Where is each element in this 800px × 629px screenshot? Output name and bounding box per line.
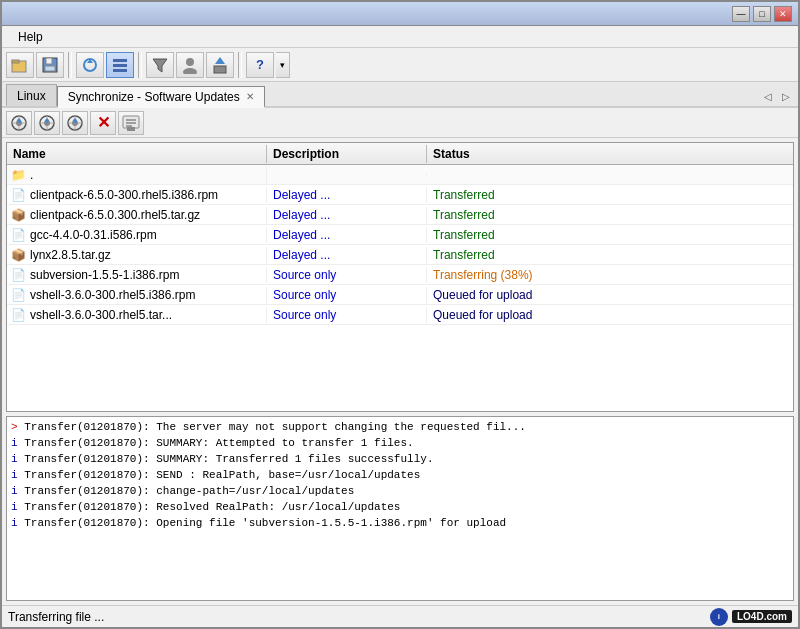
log-prefix: i xyxy=(11,517,18,529)
log-prefix: i xyxy=(11,501,18,513)
table-row[interactable]: 📄gcc-4.4.0-0.31.i586.rpmDelayed ...Trans… xyxy=(7,225,793,245)
svg-rect-3 xyxy=(46,58,52,64)
file-name-cell: 📄vshell-3.6.0-300.rhel5.tar... xyxy=(7,307,267,323)
toolbar-dropdown[interactable]: ▾ xyxy=(276,52,290,78)
file-icon: 📦 xyxy=(11,208,26,222)
file-status-cell: Transferred xyxy=(427,207,793,223)
toolbar-separator-1 xyxy=(68,52,72,78)
tab-bar: Linux Synchronize - Software Updates ✕ ◁… xyxy=(2,82,798,108)
status-bar: Transferring file ... i LO4D.com xyxy=(2,605,798,627)
log-line: i Transfer(01201870): change-path=/usr/l… xyxy=(11,483,789,499)
tab-sync-label: Synchronize - Software Updates xyxy=(68,90,240,104)
file-name-cell: 📄vshell-3.6.0-300.rhel5.i386.rpm xyxy=(7,287,267,303)
title-bar-buttons: — □ ✕ xyxy=(732,6,792,22)
file-name-cell: 📦clientpack-6.5.0.300.rhel5.tar.gz xyxy=(7,207,267,223)
sync-toolbar: ✕ xyxy=(2,108,798,138)
log-line: i Transfer(01201870): Opening file 'subv… xyxy=(11,515,789,531)
folder-icon: 📁 xyxy=(11,168,26,182)
file-desc-cell: Source only xyxy=(267,307,427,323)
status-bar-right: i LO4D.com xyxy=(710,608,792,626)
log-text: Transfer(01201870): SUMMARY: Attempted t… xyxy=(18,437,414,449)
log-prefix: i xyxy=(11,469,18,481)
log-text: Transfer(01201870): change-path=/usr/loc… xyxy=(18,485,355,497)
menu-help[interactable]: Help xyxy=(10,28,51,46)
file-status-cell xyxy=(427,174,793,176)
sync-btn-1[interactable] xyxy=(6,111,32,135)
main-window: — □ ✕ Help ? ▾ xyxy=(0,0,800,629)
table-row[interactable]: 📦clientpack-6.5.0.300.rhel5.tar.gzDelaye… xyxy=(7,205,793,225)
table-row[interactable]: 📦lynx2.8.5.tar.gzDelayed ...Transferred xyxy=(7,245,793,265)
file-status-cell: Transferred xyxy=(427,227,793,243)
file-name-text: lynx2.8.5.tar.gz xyxy=(30,248,111,262)
lo4d-badge: LO4D.com xyxy=(732,610,792,623)
main-toolbar: ? ▾ xyxy=(2,48,798,82)
menu-bar: Help xyxy=(2,26,798,48)
col-header-name: Name xyxy=(7,145,267,163)
log-area[interactable]: > Transfer(01201870): The server may not… xyxy=(6,416,794,601)
toolbar-help-btn[interactable]: ? xyxy=(246,52,274,78)
minimize-button[interactable]: — xyxy=(732,6,750,22)
file-icon: 📄 xyxy=(11,308,26,322)
log-text: Transfer(01201870): Opening file 'subver… xyxy=(18,517,506,529)
toolbar-upload-btn[interactable] xyxy=(206,52,234,78)
info-btn[interactable] xyxy=(118,111,144,135)
log-text: Transfer(01201870): The server may not s… xyxy=(18,421,526,433)
file-name-text: vshell-3.6.0-300.rhel5.i386.rpm xyxy=(30,288,195,302)
file-name-text: . xyxy=(30,168,33,182)
toolbar-list-btn[interactable] xyxy=(106,52,134,78)
log-prefix: i xyxy=(11,453,18,465)
table-row[interactable]: 📄vshell-3.6.0-300.rhel5.i386.rpmSource o… xyxy=(7,285,793,305)
svg-marker-10 xyxy=(153,59,167,72)
file-name-text: subversion-1.5.5-1.i386.rpm xyxy=(30,268,179,282)
toolbar-save-btn[interactable] xyxy=(36,52,64,78)
log-line: i Transfer(01201870): Resolved RealPath:… xyxy=(11,499,789,515)
log-text: Transfer(01201870): Resolved RealPath: /… xyxy=(18,501,401,513)
file-desc-cell: Source only xyxy=(267,267,427,283)
lo4d-icon: i xyxy=(710,608,728,626)
log-line: i Transfer(01201870): SUMMARY: Attempted… xyxy=(11,435,789,451)
toolbar-refresh-btn[interactable] xyxy=(76,52,104,78)
sync-btn-2[interactable] xyxy=(34,111,60,135)
close-button[interactable]: ✕ xyxy=(774,6,792,22)
file-status-cell: Transferred xyxy=(427,187,793,203)
table-row[interactable]: 📄subversion-1.5.5-1.i386.rpmSource onlyT… xyxy=(7,265,793,285)
svg-marker-14 xyxy=(215,57,225,64)
table-row[interactable]: 📄clientpack-6.5.0-300.rhel5.i386.rpmDela… xyxy=(7,185,793,205)
log-text: Transfer(01201870): SEND : RealPath, bas… xyxy=(18,469,421,481)
maximize-button[interactable]: □ xyxy=(753,6,771,22)
file-table-scroll[interactable]: 📁.📄clientpack-6.5.0-300.rhel5.i386.rpmDe… xyxy=(7,165,793,411)
log-prefix: > xyxy=(11,421,18,433)
file-desc-cell: Delayed ... xyxy=(267,207,427,223)
file-name-text: clientpack-6.5.0.300.rhel5.tar.gz xyxy=(30,208,200,222)
sync-btn-3[interactable] xyxy=(62,111,88,135)
tab-next-btn[interactable]: ▷ xyxy=(778,88,794,104)
tab-prev-btn[interactable]: ◁ xyxy=(760,88,776,104)
col-header-status: Status xyxy=(427,145,793,163)
toolbar-separator-3 xyxy=(238,52,242,78)
log-line: i Transfer(01201870): SEND : RealPath, b… xyxy=(11,467,789,483)
tab-sync[interactable]: Synchronize - Software Updates ✕ xyxy=(57,86,265,108)
svg-rect-1 xyxy=(12,60,19,63)
log-line: i Transfer(01201870): SUMMARY: Transferr… xyxy=(11,451,789,467)
file-icon: 📄 xyxy=(11,288,26,302)
toolbar-separator-2 xyxy=(138,52,142,78)
file-name-text: vshell-3.6.0-300.rhel5.tar... xyxy=(30,308,172,322)
file-name-cell: 📄subversion-1.5.5-1.i386.rpm xyxy=(7,267,267,283)
toolbar-user-btn[interactable] xyxy=(176,52,204,78)
file-status-cell: Transferring (38%) xyxy=(427,267,793,283)
toolbar-filter-btn[interactable] xyxy=(146,52,174,78)
toolbar-open-btn[interactable] xyxy=(6,52,34,78)
tab-linux[interactable]: Linux xyxy=(6,84,57,106)
file-name-cell: 📄clientpack-6.5.0-300.rhel5.i386.rpm xyxy=(7,187,267,203)
file-desc-cell: Delayed ... xyxy=(267,187,427,203)
file-desc-cell xyxy=(267,174,427,176)
stop-btn[interactable]: ✕ xyxy=(90,111,116,135)
file-name-text: gcc-4.4.0-0.31.i586.rpm xyxy=(30,228,157,242)
table-row[interactable]: 📄vshell-3.6.0-300.rhel5.tar...Source onl… xyxy=(7,305,793,325)
tab-sync-close[interactable]: ✕ xyxy=(246,91,254,102)
svg-rect-8 xyxy=(113,64,127,67)
status-text: Transferring file ... xyxy=(8,610,104,624)
file-status-cell: Queued for upload xyxy=(427,287,793,303)
file-status-cell: Transferred xyxy=(427,247,793,263)
table-row[interactable]: 📁. xyxy=(7,165,793,185)
